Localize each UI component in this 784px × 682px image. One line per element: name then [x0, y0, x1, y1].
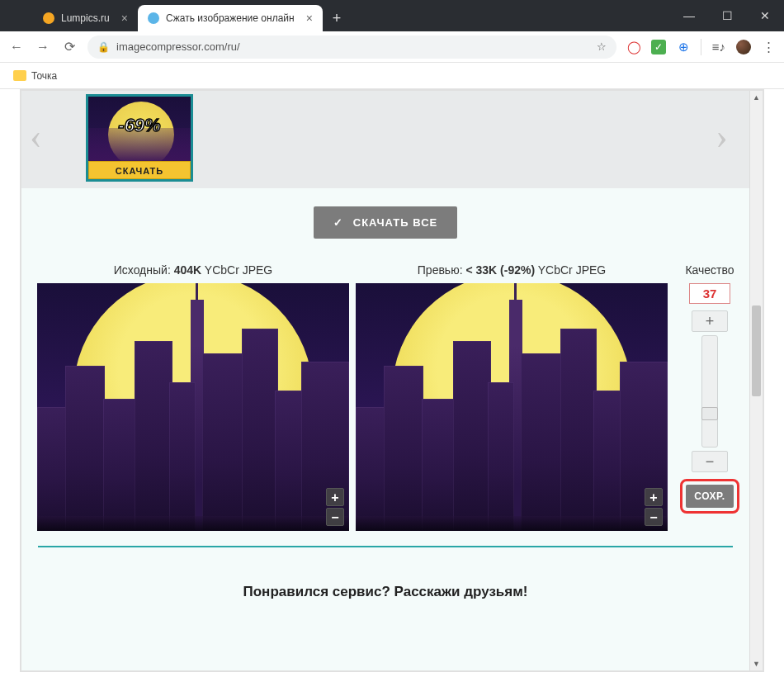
- lock-icon: 🔒: [97, 41, 110, 53]
- lumpics-favicon: [43, 12, 54, 24]
- url-field[interactable]: 🔒 imagecompressor.com/ru/ ☆: [87, 36, 616, 59]
- folder-icon: [13, 70, 26, 81]
- url-text: imagecompressor.com/ru/: [116, 40, 240, 53]
- minimize-button[interactable]: —: [670, 0, 708, 31]
- slider-thumb[interactable]: [701, 407, 718, 420]
- check-icon: ✓: [333, 216, 343, 229]
- address-bar: ← → ⟳ 🔒 imagecompressor.com/ru/ ☆ ◯ ✓ ⊕ …: [0, 31, 784, 63]
- browser-tab-inactive[interactable]: Lumpics.ru ×: [33, 5, 138, 31]
- bookmarks-bar: Точка: [0, 63, 784, 89]
- download-button[interactable]: СКАЧАТЬ: [88, 161, 191, 179]
- zoom-in-button[interactable]: +: [645, 488, 663, 506]
- maximize-button[interactable]: ☐: [708, 0, 746, 31]
- window-controls: — ☐ ✕: [670, 0, 784, 31]
- forward-button[interactable]: →: [35, 40, 51, 54]
- share-prompt: Понравился сервис? Расскажи друзьям!: [21, 584, 749, 600]
- close-window-button[interactable]: ✕: [746, 0, 784, 31]
- compressed-preview[interactable]: + −: [356, 283, 668, 531]
- chevron-right-icon[interactable]: ›: [716, 116, 728, 158]
- scroll-up-icon[interactable]: ▲: [750, 91, 763, 104]
- zoom-in-button[interactable]: +: [326, 488, 344, 506]
- save-button[interactable]: СОХР.: [686, 485, 734, 508]
- quality-value[interactable]: 37: [689, 283, 730, 304]
- quality-plus-button[interactable]: +: [692, 310, 728, 332]
- preview-header: Превью: < 33K (-92%) YCbCr JPEG: [356, 263, 668, 277]
- comparison-row: Исходный: 404K YCbCr JPEG: [21, 263, 749, 531]
- globe-ext-icon[interactable]: ⊕: [676, 40, 691, 54]
- preview-column: Превью: < 33K (-92%) YCbCr JPEG: [356, 263, 668, 531]
- page-content: ‹ › -69% СКАЧАТЬ ✓СКАЧАТЬ ВСЕ Исходный: …: [20, 89, 764, 672]
- queue-thumbnail[interactable]: -69% СКАЧАТЬ: [86, 94, 193, 182]
- download-all-button[interactable]: ✓СКАЧАТЬ ВСЕ: [314, 206, 457, 239]
- reduction-badge: -69%: [88, 115, 191, 136]
- playlist-icon[interactable]: ≡♪: [711, 40, 726, 54]
- close-icon[interactable]: ×: [306, 12, 313, 25]
- original-preview[interactable]: + −: [37, 283, 349, 531]
- original-header: Исходный: 404K YCbCr JPEG: [37, 263, 349, 277]
- quality-minus-button[interactable]: −: [692, 451, 728, 472]
- save-highlight: СОХР.: [680, 479, 739, 514]
- browser-tab-active[interactable]: Сжать изображение онлайн ×: [138, 5, 323, 31]
- profile-avatar[interactable]: [736, 40, 751, 54]
- zoom-out-button[interactable]: −: [326, 508, 344, 526]
- divider: [38, 546, 733, 547]
- reload-button[interactable]: ⟳: [61, 39, 78, 54]
- vertical-scrollbar[interactable]: ▲ ▼: [749, 91, 763, 670]
- zoom-controls: + −: [645, 488, 663, 526]
- tab-title: Сжать изображение онлайн: [166, 12, 295, 24]
- quality-label: Качество: [676, 263, 744, 277]
- scroll-down-icon[interactable]: ▼: [750, 657, 763, 670]
- original-column: Исходный: 404K YCbCr JPEG: [37, 263, 349, 531]
- new-tab-button[interactable]: +: [323, 5, 352, 31]
- zoom-out-button[interactable]: −: [645, 508, 663, 526]
- menu-icon[interactable]: ⋮: [761, 40, 776, 54]
- close-icon[interactable]: ×: [121, 12, 128, 25]
- scrollbar-thumb[interactable]: [752, 305, 761, 396]
- star-icon[interactable]: ☆: [597, 40, 607, 53]
- thumbnail-strip: ‹ › -69% СКАЧАТЬ: [21, 91, 749, 188]
- opera-ext-icon[interactable]: ◯: [626, 40, 641, 54]
- zoom-controls: + −: [326, 488, 344, 526]
- chevron-left-icon[interactable]: ‹: [30, 116, 42, 158]
- browser-titlebar: Lumpics.ru × Сжать изображение онлайн × …: [0, 0, 784, 31]
- quality-slider[interactable]: [701, 335, 718, 448]
- compressor-favicon: [148, 12, 159, 24]
- check-ext-icon[interactable]: ✓: [651, 40, 666, 54]
- tab-title: Lumpics.ru: [61, 12, 110, 24]
- thumbnail-image: -69%: [88, 97, 191, 161]
- back-button[interactable]: ←: [8, 40, 25, 54]
- quality-panel: Качество 37 + − СОХР.: [676, 263, 744, 531]
- bookmark-item[interactable]: Точка: [31, 70, 57, 82]
